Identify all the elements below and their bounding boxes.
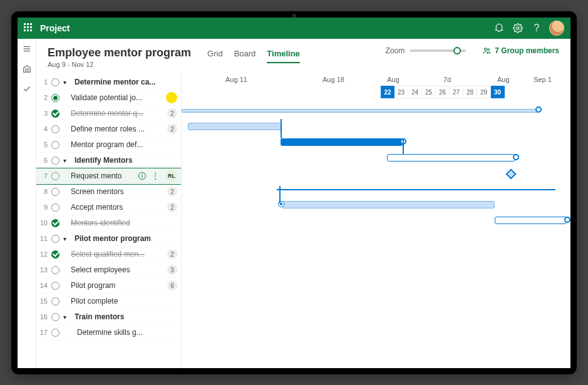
status-icon[interactable] [51,203,59,212]
status-icon[interactable] [51,125,59,133]
task-row[interactable]: 1▾Determine mentor ca... [36,74,181,90]
task-row[interactable]: 10Mentors identified [36,215,181,231]
day-cell[interactable]: 30 [491,86,505,98]
task-row[interactable]: 3Determine mentor q...2 [36,106,181,121]
task-index: 6 [39,157,48,164]
status-icon[interactable] [51,235,59,243]
gantt-bar[interactable] [188,123,282,130]
day-cell[interactable]: 27 [450,86,463,98]
scale-label: Sep 1 [534,76,552,83]
zoom-control[interactable]: Zoom [386,46,467,55]
view-tabs: Grid Board Timeline [207,49,300,63]
task-name: Request mento [63,172,135,180]
task-row[interactable]: 15Pilot complete [36,294,181,309]
status-icon[interactable] [51,172,59,180]
task-row[interactable]: 13Select employees3 [36,262,181,278]
status-icon[interactable] [51,297,59,305]
info-icon[interactable]: i [138,172,146,180]
task-row[interactable]: 11▾Pilot mentor program [36,231,181,247]
task-row[interactable]: 7Request mentoi⋮RL [36,168,181,184]
task-row[interactable]: 2Validate potential jo... [36,90,181,106]
status-icon[interactable] [51,141,59,149]
zoom-label: Zoom [386,46,405,55]
task-name: Pilot program [63,281,163,290]
bar-end-handle[interactable] [513,154,519,160]
day-cell[interactable]: 26 [436,86,450,98]
gantt-bar[interactable] [282,201,495,208]
task-menu-icon[interactable]: ⋮ [150,171,161,181]
user-avatar[interactable] [549,21,564,36]
day-cell[interactable]: 22 [381,86,395,98]
status-icon[interactable] [51,94,59,102]
task-row[interactable]: 14Pilot program6 [36,278,181,294]
gantt-bar[interactable] [182,109,539,113]
task-row[interactable]: 9Accept mentors2 [36,200,181,215]
task-row[interactable]: 12Select qualified men...2 [36,247,181,262]
day-cell[interactable]: 28 [463,86,477,98]
scale-label: 7d [443,76,451,83]
device-frame: Project ? [11,11,577,374]
day-cell[interactable]: 23 [395,86,408,98]
home-icon[interactable] [22,64,32,74]
assignee-avatar[interactable]: RL [166,170,177,182]
project-title: Employee mentor program [48,46,191,59]
dependency-line [279,186,281,203]
task-row[interactable]: 5Mentor program def... [36,137,181,153]
task-index: 4 [39,125,48,133]
status-icon[interactable] [51,250,59,259]
assignee-avatar[interactable] [166,92,177,103]
task-row[interactable]: 17Determine skills g... [36,325,181,341]
notifications-icon[interactable] [493,22,505,34]
status-icon[interactable] [51,313,59,321]
chevron-down-icon[interactable]: ▾ [63,314,70,321]
milestone-marker[interactable] [506,169,517,180]
bar-end-handle[interactable] [564,217,570,223]
task-name: Mentor program def... [63,140,177,149]
day-cell[interactable]: 24 [408,86,422,98]
svg-point-5 [488,49,490,51]
status-icon[interactable] [51,329,59,337]
gantt-bar[interactable] [281,138,403,146]
app-launcher-icon[interactable] [24,23,34,33]
tab-timeline[interactable]: Timeline [267,49,300,63]
summary-end-handle[interactable] [535,106,542,113]
status-icon[interactable] [51,78,59,86]
task-row[interactable]: 8Screen mentors2 [36,184,181,200]
people-icon [482,46,491,55]
menu-icon[interactable] [22,44,32,54]
chevron-down-icon[interactable]: ▾ [63,79,70,86]
task-index: 15 [39,297,48,305]
task-row[interactable]: 6▾Identify Mentors [36,153,181,168]
gantt-bar[interactable] [495,217,567,224]
task-index: 5 [39,141,48,148]
task-name: Determine mentor ca... [73,78,177,86]
tab-board[interactable]: Board [234,49,256,63]
tab-grid[interactable]: Grid [207,49,223,63]
status-icon[interactable] [51,282,59,290]
task-row[interactable]: 16▾Train mentors [36,309,181,325]
chevron-down-icon[interactable]: ▾ [63,235,70,242]
group-members[interactable]: 7 Group members [482,46,559,55]
zoom-slider[interactable] [410,49,466,52]
gantt-bar[interactable] [277,189,555,190]
status-icon[interactable] [51,266,59,274]
day-cell[interactable]: 29 [477,86,491,98]
status-icon[interactable] [51,219,59,227]
gantt-chart[interactable] [182,103,570,368]
group-members-label: 7 Group members [495,46,559,55]
subtask-count: 2 [167,124,177,134]
status-icon[interactable] [51,157,59,165]
settings-icon[interactable] [512,22,524,34]
timeline-pane[interactable]: Aug 11Aug 18Aug7dAugSep 1 22232425262728… [182,74,570,368]
task-row[interactable]: 4Define mentor roles ...2 [36,121,181,137]
day-cell[interactable]: 25 [422,86,436,98]
subtask-count: 2 [167,108,177,118]
task-index: 9 [39,203,48,211]
gantt-bar[interactable] [387,154,515,162]
task-name: Pilot mentor program [73,234,177,243]
check-icon[interactable] [22,84,32,94]
status-icon[interactable] [51,188,59,196]
status-icon[interactable] [51,110,59,118]
chevron-down-icon[interactable]: ▾ [63,157,70,164]
help-icon[interactable]: ? [530,22,543,34]
